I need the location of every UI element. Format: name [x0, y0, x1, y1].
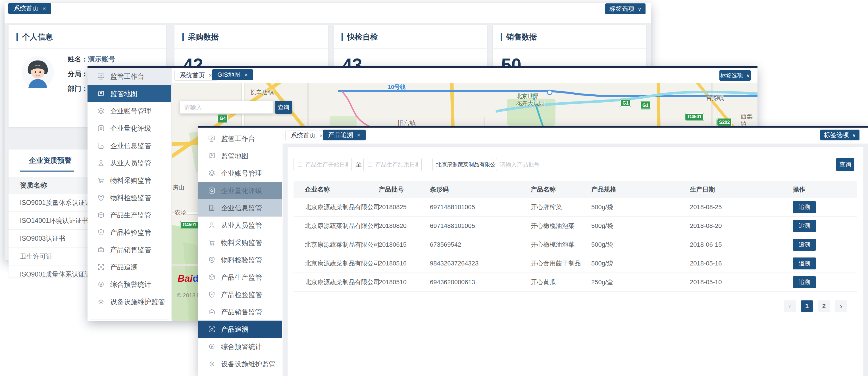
map-search-button[interactable]: 查询: [275, 101, 292, 114]
sidebar-menu-item[interactable]: 产品生产监管: [88, 206, 171, 224]
menu-icon: [97, 90, 105, 97]
road-badge: S202: [717, 119, 732, 126]
menu-icon: [208, 135, 216, 143]
tab-close-icon[interactable]: ×: [319, 132, 323, 139]
sidebar-menu-item[interactable]: 监管工作台: [198, 130, 282, 147]
tab-gis-map[interactable]: GIS地图 ×: [212, 69, 253, 80]
menu-item-label: 产品检验监管: [221, 290, 262, 299]
sidebar-menu-item[interactable]: 从业人员监管: [198, 217, 282, 234]
trace-button[interactable]: 追溯: [793, 257, 816, 270]
cell-company: 北京康源蔬菜制品有限公司: [305, 259, 379, 268]
tab-system-home[interactable]: 系统首页 ×: [175, 70, 217, 81]
tag-options-label: 标签选项: [720, 72, 743, 79]
menu-icon: [97, 211, 105, 219]
sidebar-menu-item[interactable]: 综合预警统计: [88, 276, 171, 293]
menu-item-label: 产品销售监管: [110, 245, 151, 254]
sidebar-menu-item[interactable]: 产品追溯: [198, 321, 282, 338]
tab-label: GIS地图: [217, 70, 241, 79]
table-row: 北京康源蔬菜制品有限公司 20180825 6971488101005 开心牌榨…: [293, 198, 857, 217]
sidebar-menu-item[interactable]: 监管工作台: [88, 68, 171, 85]
sidebar-menu-item[interactable]: 企业量化评级: [88, 120, 171, 137]
trace-button[interactable]: 追溯: [793, 239, 816, 251]
sidebar-menu-item[interactable]: 产品销售监管: [198, 303, 282, 321]
tab-close-icon[interactable]: ×: [357, 132, 360, 138]
pagination-next-icon[interactable]: ›: [835, 301, 847, 312]
sidebar-menu-item[interactable]: 产品检验监管: [88, 224, 171, 241]
sidebar-menu-item[interactable]: 企业量化评级: [198, 182, 282, 199]
trace-button[interactable]: 追溯: [793, 220, 816, 232]
road-badge: G4501: [180, 221, 198, 228]
cell-date: 2018-05-10: [690, 279, 793, 286]
trace-tab-bar: 系统首页 × 产品追溯 × 标签选项 ∨: [283, 128, 868, 144]
pagination-prev-icon[interactable]: ‹: [784, 301, 796, 312]
table-header-cell: 企业名称: [305, 185, 379, 194]
menu-icon: [208, 256, 216, 264]
tag-options-button[interactable]: 标签选项 ∨: [820, 130, 860, 140]
menu-icon: [208, 291, 216, 299]
pagination-page[interactable]: 1: [801, 301, 813, 312]
tab-close-icon[interactable]: ×: [209, 72, 212, 79]
sidebar-menu-item[interactable]: 企业账号管理: [198, 164, 282, 182]
menu-item-label: 产品销售监管: [221, 308, 262, 317]
map-label: 10号线: [388, 84, 405, 91]
menu-icon: [97, 263, 105, 271]
tab-system-home[interactable]: 系统首页 ×: [8, 3, 51, 14]
qualification-tab[interactable]: 企业资质预警: [29, 156, 71, 165]
cell-product-name: 开心食用菌干制品: [531, 259, 591, 268]
table-header-cell: 操作: [793, 185, 857, 194]
tab-close-icon[interactable]: ×: [42, 5, 46, 12]
road-badge: G4: [217, 115, 228, 122]
menu-item-label: 监管工作台: [221, 134, 255, 143]
sidebar-menu-item[interactable]: 产品检验监管: [198, 286, 282, 303]
sidebar-menu-item[interactable]: 物料检验监管: [198, 251, 282, 269]
tab-label: 产品追溯: [328, 131, 353, 139]
query-button[interactable]: 查询: [836, 158, 855, 171]
trace-button[interactable]: 追溯: [793, 276, 816, 288]
tab-close-icon[interactable]: ×: [244, 71, 248, 78]
sidebar-menu-item[interactable]: 企业信息监管: [198, 199, 282, 217]
tag-options-button[interactable]: 标签选项 ∨: [605, 3, 646, 14]
sidebar-menu-item[interactable]: 物料采购监管: [88, 171, 171, 189]
date-end-input[interactable]: [375, 161, 418, 168]
table-header-cell: 生产日期: [690, 185, 793, 194]
sidebar-menu-item[interactable]: 监管地图: [88, 85, 171, 102]
tab-product-trace[interactable]: 产品追溯 ×: [323, 130, 366, 140]
cell-company: 北京康源蔬菜制品有限公司: [305, 278, 379, 286]
cell-spec: 500g/袋: [591, 222, 690, 230]
trace-button[interactable]: 追溯: [793, 201, 816, 213]
menu-icon: [97, 281, 105, 288]
sidebar-menu-item[interactable]: 综合预警统计: [198, 338, 282, 355]
date-range-to-label: 至: [354, 160, 363, 169]
date-start-input[interactable]: [305, 161, 348, 168]
company-select[interactable]: 北京康源蔬菜制品有限公司 ∨: [432, 158, 492, 171]
product-table: 企业名称产品批号条形码产品名称产品规格生产日期操作 北京康源蔬菜制品有限公司 2…: [293, 181, 857, 291]
menu-icon: [208, 325, 216, 333]
sidebar-menu-item[interactable]: 企业账号管理: [88, 102, 171, 120]
sidebar-menu-item[interactable]: 监管地图: [198, 147, 282, 164]
cell-spec: 250g/盒: [591, 278, 690, 286]
tag-options-button[interactable]: 标签选项 ∨: [719, 70, 751, 81]
menu-icon: [208, 343, 216, 350]
sidebar-menu-item[interactable]: 产品生产监管: [198, 269, 282, 286]
sidebar-menu-item[interactable]: 设备设施维护监管: [88, 293, 171, 310]
trace-sidebar: 监管工作台 监管地图 企业账号管理 企业量化评级: [198, 128, 282, 376]
pagination-page[interactable]: 2: [818, 301, 830, 312]
screenshot-canvas: 系统首页 × 标签选项 ∨ 个人信息: [0, 0, 868, 376]
map-label: 农场: [175, 209, 187, 216]
cell-company: 北京康源蔬菜制品有限公司: [305, 222, 379, 230]
sidebar-menu-item[interactable]: 从业人员监管: [88, 154, 171, 171]
batch-input[interactable]: [500, 161, 551, 168]
cell-barcode: 673569542: [430, 241, 531, 248]
sidebar-menu-item[interactable]: 产品销售监管: [88, 241, 171, 258]
tab-system-home[interactable]: 系统首页 ×: [285, 130, 328, 141]
sidebar-menu-item[interactable]: 产品追溯: [88, 258, 171, 276]
table-header-cell: 条形码: [430, 185, 531, 194]
sidebar-menu-item[interactable]: 物料检验监管: [88, 189, 171, 206]
menu-item-label: 物料采购监管: [221, 238, 262, 247]
sidebar-menu-item[interactable]: 设备设施维护监管: [198, 355, 282, 373]
sidebar-menu-item[interactable]: 物料采购监管: [198, 234, 282, 251]
sidebar-menu-item[interactable]: 企业信息监管: [88, 137, 171, 154]
menu-item-label: 企业量化评级: [221, 186, 262, 195]
road-badge: G1: [640, 102, 651, 109]
map-search-input[interactable]: [180, 104, 273, 111]
